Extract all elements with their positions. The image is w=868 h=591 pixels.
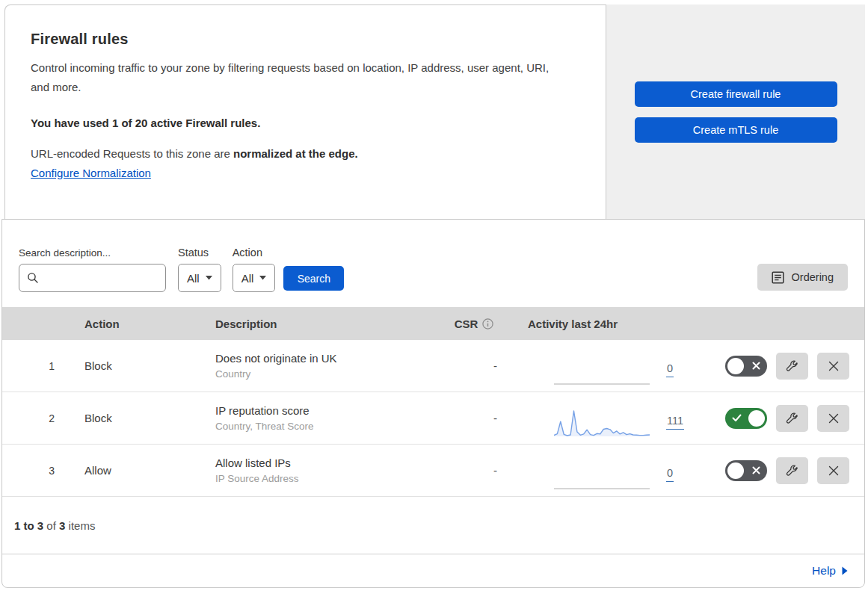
rule-action: Block [74,412,205,424]
edit-rule-button[interactable] [776,457,808,484]
rule-number: 3 [2,465,74,477]
ordering-button[interactable]: Ordering [757,264,848,291]
rule-description-cell: Does not originate in UK Country [205,352,440,380]
page-description: Control incoming traffic to your zone by… [31,58,561,98]
action-dropdown-value: All [241,272,254,285]
activity-count-link[interactable]: 0 [666,467,674,482]
edit-rule-button[interactable] [776,353,808,380]
create-firewall-rule-button[interactable]: Create firewall rule [635,81,837,107]
rule-csr-value: - [440,412,508,424]
activity-count-link[interactable]: 111 [666,415,684,430]
delete-rule-button[interactable] [817,457,849,484]
help-arrow-icon [842,566,848,575]
rule-action: Allow [74,464,205,477]
ordering-button-label: Ordering [792,271,834,283]
usage-summary: You have used 1 of 20 active Firewall ru… [31,117,576,129]
column-header-activity: Activity last 24hr [508,318,695,330]
rule-enabled-toggle[interactable] [725,460,767,481]
rule-description: Does not originate in UK [215,352,440,365]
rule-activity-cell: 0 [508,451,695,490]
delete-rule-button[interactable] [817,405,849,432]
toggle-knob [727,358,744,374]
total-count: 3 [59,519,65,532]
rules-table-card: Search description... Status All Action … [1,219,865,588]
rule-number: 1 [2,360,74,372]
rule-description-cell: IP reputation score Country, Threat Scor… [205,404,440,432]
search-input[interactable] [45,272,158,284]
x-icon [752,362,760,370]
normalization-text: URL-encoded Requests to this zone are no… [31,147,576,160]
rule-activity-cell: 0 [508,347,695,386]
page-title: Firewall rules [31,31,576,48]
table-row: 2 Block IP reputation score Country, Thr… [2,392,864,445]
of-text: of [46,519,56,532]
search-icon [27,272,39,284]
rule-controls [695,353,864,380]
status-dropdown[interactable]: All [178,264,221,292]
rule-enabled-toggle[interactable] [725,356,767,377]
rule-match-fields: IP Source Address [215,473,440,484]
toggle-knob [727,462,744,479]
search-label: Search description... [19,247,166,259]
rule-csr-value: - [440,464,508,477]
activity-sparkline [554,460,650,490]
rule-description-cell: Allow listed IPs IP Source Address [205,457,440,484]
filter-bar: Search description... Status All Action … [2,220,864,307]
table-row: 3 Allow Allow listed IPs IP Source Addre… [2,445,864,497]
close-icon [828,413,839,424]
activity-sparkline [554,408,650,438]
help-link[interactable]: Help [812,564,848,578]
rule-csr-value: - [440,359,508,372]
search-box[interactable] [19,264,166,292]
edit-rule-button[interactable] [776,405,808,432]
action-dropdown[interactable]: All [233,264,276,292]
chevron-down-icon [259,276,266,280]
action-label: Action [233,247,276,259]
activity-sparkline [554,356,650,386]
rule-match-fields: Country, Threat Score [215,421,440,432]
cta-panel: Create firewall rule Create mTLS rule [606,4,865,219]
status-label: Status [178,247,221,259]
status-dropdown-value: All [187,272,200,285]
rule-activity-cell: 111 [508,399,695,438]
csr-header-label: CSR [455,318,478,330]
column-header-action: Action [74,318,205,330]
x-icon [752,466,760,474]
rule-description: Allow listed IPs [215,457,440,469]
rule-number: 2 [2,412,74,424]
items-text: items [69,519,96,532]
wrench-icon [785,411,799,425]
ordering-icon [772,271,784,284]
pagination-summary: 1 to 3 of 3 items [2,497,864,554]
intro-card: Firewall rules Control incoming traffic … [4,4,606,219]
delete-rule-button[interactable] [817,353,849,380]
chevron-down-icon [206,276,212,280]
table-body: 1 Block Does not originate in UK Country… [2,340,864,497]
rule-controls [695,405,864,432]
top-section: Firewall rules Control incoming traffic … [0,0,868,219]
wrench-icon [785,359,799,373]
info-icon[interactable] [482,318,493,329]
wrench-icon [785,463,799,477]
table-row: 1 Block Does not originate in UK Country… [2,340,864,392]
rule-match-fields: Country [215,368,440,380]
check-icon [732,414,742,422]
help-link-label: Help [812,564,836,578]
normalization-bold: normalized at the edge. [233,147,358,160]
column-header-description: Description [205,318,440,330]
rule-description: IP reputation score [215,404,440,417]
search-button[interactable]: Search [283,266,344,291]
range-text: 1 to 3 [14,519,43,532]
normalization-prefix: URL-encoded Requests to this zone are [31,147,233,160]
create-mtls-rule-button[interactable]: Create mTLS rule [635,117,837,143]
column-header-csr: CSR [440,318,508,330]
close-icon [828,361,839,371]
configure-normalization-link[interactable]: Configure Normalization [31,167,151,179]
activity-count-link[interactable]: 0 [666,362,674,377]
rule-controls [695,457,864,484]
firewall-rules-page: Firewall rules Control incoming traffic … [0,0,868,588]
close-icon [828,465,839,476]
rule-action: Block [74,359,205,372]
toggle-knob [748,410,765,427]
rule-enabled-toggle[interactable] [725,408,767,429]
